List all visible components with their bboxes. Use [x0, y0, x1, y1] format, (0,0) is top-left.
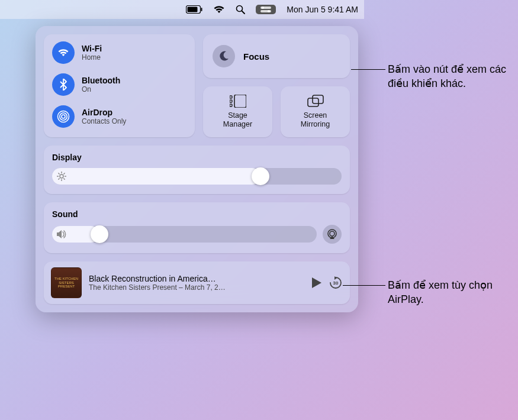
wifi-label: Wi-Fi: [82, 44, 102, 53]
svg-rect-2: [201, 8, 202, 11]
spotlight-icon[interactable]: [236, 5, 245, 14]
screen-mirroring-label: Screen Mirroring: [301, 111, 330, 129]
album-art: THE KITCHEN SISTERS PRESENT: [51, 267, 82, 298]
display-slider[interactable]: [52, 168, 342, 185]
svg-point-28: [330, 231, 334, 236]
skip-forward-30-button[interactable]: 30: [329, 276, 343, 290]
display-label: Display: [52, 153, 342, 162]
svg-point-18: [60, 175, 63, 178]
svg-rect-1: [188, 7, 198, 12]
airdrop-toggle[interactable]: AirDrop Contacts Only: [52, 105, 186, 128]
sound-slider[interactable]: [52, 226, 317, 243]
brightness-icon: [57, 172, 66, 181]
wifi-icon: [52, 41, 75, 64]
svg-point-9: [62, 115, 65, 118]
bluetooth-label: Bluetooth: [82, 76, 120, 85]
wifi-toggle[interactable]: Wi-Fi Home: [52, 41, 186, 64]
connectivity-card: Wi-Fi Home Bluetooth On AirDrop: [44, 34, 195, 137]
svg-line-26: [64, 173, 65, 174]
callout-airplay: Bấm để xem tùy chọn AirPlay.: [388, 278, 512, 307]
battery-icon[interactable]: [186, 5, 202, 14]
callout-focus: Bấm vào nút để xem các điều khiển khác.: [388, 62, 512, 91]
stage-manager-label: Stage Manager: [223, 111, 252, 129]
control-center-icon[interactable]: [256, 5, 276, 14]
airdrop-icon: [52, 105, 75, 128]
svg-rect-12: [230, 96, 232, 98]
menu-bar: Mon Jun 5 9:41 AM: [0, 0, 364, 19]
svg-rect-13: [230, 100, 232, 102]
svg-rect-16: [308, 98, 318, 106]
display-card: Display: [44, 146, 350, 194]
stage-manager-icon: [230, 95, 246, 108]
bluetooth-icon: [52, 73, 75, 96]
svg-rect-15: [234, 95, 246, 108]
screen-mirroring-icon: [307, 95, 324, 108]
focus-button[interactable]: Focus: [203, 34, 350, 78]
now-playing-card[interactable]: THE KITCHEN SISTERS PRESENT Black Recons…: [44, 261, 350, 304]
airdrop-status: Contacts Only: [82, 117, 126, 125]
bluetooth-toggle[interactable]: Bluetooth On: [52, 73, 186, 96]
media-title: Black Reconstruction in America…: [89, 274, 305, 283]
svg-point-6: [262, 7, 264, 9]
svg-line-23: [59, 173, 59, 174]
play-button[interactable]: [312, 277, 321, 288]
bluetooth-status: On: [82, 85, 120, 93]
menubar-clock[interactable]: Mon Jun 5 9:41 AM: [287, 5, 358, 14]
sound-label: Sound: [52, 209, 78, 219]
screen-mirroring-button[interactable]: Screen Mirroring: [281, 86, 350, 137]
svg-line-24: [64, 179, 65, 179]
focus-label: Focus: [243, 51, 269, 62]
stage-manager-button[interactable]: Stage Manager: [203, 86, 272, 137]
svg-point-10: [60, 113, 67, 120]
svg-rect-14: [230, 104, 232, 106]
airplay-audio-button[interactable]: [323, 225, 342, 244]
svg-line-4: [242, 11, 245, 14]
svg-point-8: [268, 10, 270, 12]
wifi-status: Home: [82, 53, 102, 62]
svg-line-25: [59, 179, 59, 179]
moon-icon: [213, 45, 235, 67]
wifi-icon[interactable]: [213, 5, 225, 14]
volume-icon: [57, 230, 67, 238]
airplay-icon: [326, 229, 338, 240]
sound-card: Sound: [44, 202, 350, 253]
control-center-panel: Wi-Fi Home Bluetooth On AirDrop: [36, 26, 358, 312]
media-subtitle: The Kitchen Sisters Present – March 7, 2…: [89, 283, 305, 292]
svg-rect-17: [313, 95, 323, 104]
airdrop-label: AirDrop: [82, 108, 126, 117]
svg-text:30: 30: [333, 280, 339, 286]
